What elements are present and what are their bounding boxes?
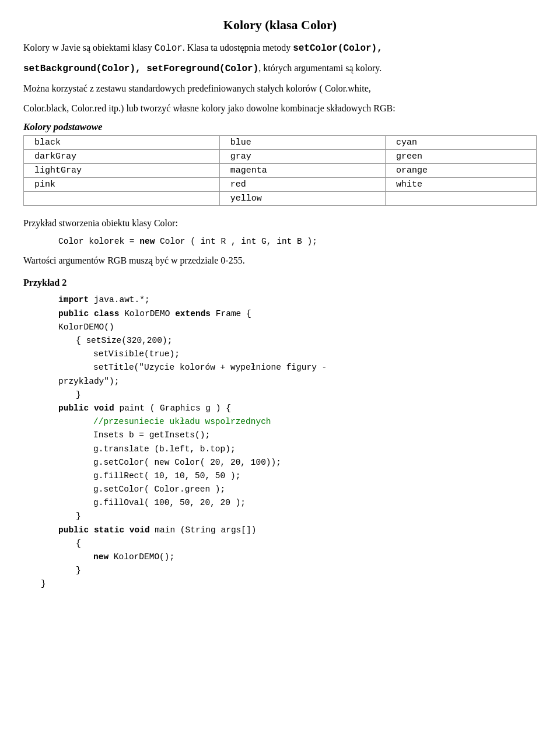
keyword-static: static <box>94 525 124 535</box>
code-line-16: g.fillOval( 100, 50, 20, 20 ); <box>93 496 537 510</box>
color-cell: yellow <box>219 192 385 206</box>
code-line-15: g.setColor( Color.green ); <box>93 483 537 496</box>
code-line-6: setTitle("Uzycie kolorów + wypełnione fi… <box>93 361 537 374</box>
table-row: black blue cyan <box>24 136 537 150</box>
keyword-void-2: void <box>130 525 150 535</box>
code-line-14: g.fillRect( 10, 10, 50, 50 ); <box>93 469 537 483</box>
intro-paragraph-1: Kolory w Javie są obiektami klasy Color.… <box>23 41 537 55</box>
keyword-public-2: public <box>58 404 89 413</box>
code-line-8: } <box>76 388 537 402</box>
intro-text-1: Kolory w Javie są obiektami klasy <box>23 43 155 52</box>
intro-paragraph-2: setBackground(Color), setForeground(Colo… <box>23 61 537 76</box>
colors-table: black blue cyan darkGray gray green ligh… <box>23 135 537 206</box>
code-line-9: public void paint ( Graphics g ) { <box>58 402 537 415</box>
example2-label: Przykład 2 <box>23 276 537 290</box>
example1-code-block: Color kolorek = new Color ( int R , int … <box>58 235 537 248</box>
color-cell: pink <box>24 178 220 192</box>
code-line-5: setVisible(true); <box>93 348 537 361</box>
color-cell: cyan <box>386 136 537 150</box>
color-cell: green <box>386 150 537 164</box>
page-title: Kolory (klasa Color) <box>23 17 537 33</box>
colors-header: Kolory podstawowe <box>23 121 537 133</box>
code-line-12: g.translate (b.left, b.top); <box>93 443 537 456</box>
rgb-warning: Wartości argumentów RGB muszą być w prze… <box>23 254 537 268</box>
code-section: import java.awt.*; public class KolorDEM… <box>41 293 537 591</box>
intro-paragraph-4: Color.black, Color.red itp.) lub tworzyć… <box>23 101 537 115</box>
code-line-20: new KolorDEMO(); <box>93 550 537 564</box>
colors-section: Kolory podstawowe black blue cyan darkGr… <box>23 121 537 206</box>
table-row: lightGray magenta orange <box>24 164 537 178</box>
intro-code-1: Color <box>155 43 183 54</box>
code-line-22: } <box>41 577 537 591</box>
code-line-21: } <box>76 564 537 577</box>
color-cell: red <box>219 178 385 192</box>
keyword-new: new <box>93 552 108 562</box>
table-row: darkGray gray green <box>24 150 537 164</box>
table-row: yellow <box>24 192 537 206</box>
table-row: pink red white <box>24 178 537 192</box>
code-line-11: Insets b = getInsets(); <box>93 429 537 442</box>
color-cell <box>386 192 537 206</box>
example1-label: Przykład stworzenia obiektu klasy Color: <box>23 216 537 230</box>
code-line-1: import java.awt.*; <box>58 293 537 307</box>
color-cell: orange <box>386 164 537 178</box>
keyword-import: import <box>58 295 89 304</box>
code-line-2: public class KolorDEMO extends Frame { <box>58 307 537 321</box>
keyword-void-1: void <box>94 404 114 413</box>
keyword-class: class <box>94 309 120 318</box>
code-line-19: { <box>76 537 537 550</box>
intro-text-1b: . Klasa ta udostępnia metody <box>183 43 293 52</box>
code-line-10: //przesuniecie układu wspolrzednych <box>93 415 537 429</box>
intro-code-3: setBackground(Color), setForeground(Colo… <box>23 64 258 74</box>
intro-paragraph-3: Można korzystać z zestawu standardowych … <box>23 82 537 96</box>
keyword-public-3: public <box>58 525 89 535</box>
color-cell: gray <box>219 150 385 164</box>
code-line-7: przykłady"); <box>58 375 537 388</box>
code-line-3: KolorDEMO() <box>58 321 537 334</box>
color-cell: magenta <box>219 164 385 178</box>
color-cell: white <box>386 178 537 192</box>
code-line-18: public static void main (String args[]) <box>58 524 537 537</box>
color-cell: black <box>24 136 220 150</box>
keyword-extends: extends <box>175 309 211 318</box>
code-line-13: g.setColor( new Color( 20, 20, 100)); <box>93 456 537 469</box>
code-line-4: { setSize(320,200); <box>76 334 537 348</box>
intro-code-2: setColor(Color), <box>293 43 383 54</box>
keyword-public-1: public <box>58 309 89 318</box>
code-line-17: } <box>76 510 537 523</box>
intro-text-2: , których argumentami są kolory. <box>258 63 382 73</box>
color-cell: lightGray <box>24 164 220 178</box>
color-cell: darkGray <box>24 150 220 164</box>
example1-code: Color kolorek = new Color ( int R , int … <box>58 237 317 246</box>
color-cell: blue <box>219 136 385 150</box>
color-cell <box>24 192 220 206</box>
